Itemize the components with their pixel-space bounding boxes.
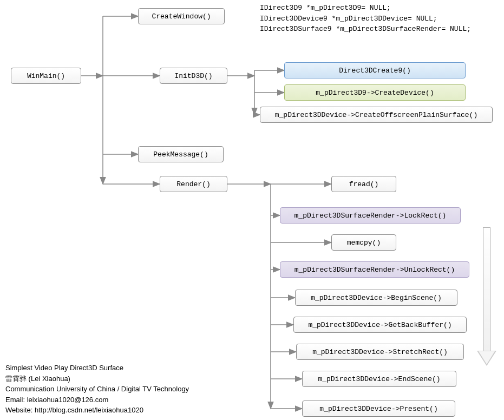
peekmessage-label: PeekMessage() (153, 150, 208, 159)
d3dcreate9-box: Direct3DCreate9() (284, 62, 466, 78)
initd3d-box: InitD3D() (160, 68, 227, 84)
winmain-box: WinMain() (11, 68, 81, 84)
initd3d-label: InitD3D() (174, 72, 212, 80)
unlockrect-box: m_pDirect3DSurfaceRender->UnlockRect() (280, 261, 469, 278)
createoffscreen-box: m_pDirect3DDevice->CreateOffscreenPlainS… (260, 107, 493, 123)
present-label: m_pDirect3DDevice->Present() (319, 405, 437, 413)
fread-label: fread() (349, 180, 379, 188)
render-box: Render() (160, 176, 227, 192)
memcpy-label: memcpy() (347, 239, 381, 247)
diagram-canvas: WinMain() CreateWindow() InitD3D() PeekM… (0, 0, 504, 420)
getbackbuffer-label: m_pDirect3DDevice->GetBackBuffer() (308, 321, 451, 329)
beginscene-label: m_pDirect3DDevice->BeginScene() (311, 294, 442, 302)
createwindow-box: CreateWindow() (138, 8, 225, 24)
endscene-box: m_pDirect3DDevice->EndScene() (302, 371, 456, 387)
stretchrect-box: m_pDirect3DDevice->StretchRect() (296, 344, 464, 360)
createdevice-box: m_pDirect3D9->CreateDevice() (284, 84, 466, 101)
lockrect-label: m_pDirect3DSurfaceRender->LockRect() (294, 212, 447, 220)
lockrect-box: m_pDirect3DSurfaceRender->LockRect() (280, 207, 461, 224)
memcpy-box: memcpy() (331, 234, 396, 251)
stretchrect-label: m_pDirect3DDevice->StretchRect() (312, 348, 448, 356)
createdevice-label: m_pDirect3D9->CreateDevice() (316, 89, 434, 97)
render-label: Render() (176, 180, 210, 188)
peekmessage-box: PeekMessage() (138, 146, 224, 162)
code-block: IDirect3D9 *m_pDirect3D9= NULL; IDirect3… (260, 3, 471, 35)
beginscene-box: m_pDirect3DDevice->BeginScene() (295, 290, 457, 306)
footer: Simplest Video Play Direct3D Surface 雷霄骅… (5, 363, 189, 416)
flow-arrow-icon (479, 227, 494, 368)
unlockrect-label: m_pDirect3DSurfaceRender->UnlockRect() (294, 266, 455, 274)
footer-author: 雷霄骅 (Lei Xiaohua) (5, 373, 189, 384)
winmain-label: WinMain() (27, 72, 65, 80)
footer-title: Simplest Video Play Direct3D Surface (5, 363, 189, 373)
footer-email: Email: leixiaohua1020@126.com (5, 395, 189, 405)
footer-affiliation: Communication University of China / Digi… (5, 384, 189, 395)
fread-box: fread() (331, 176, 396, 192)
createoffscreen-label: m_pDirect3DDevice->CreateOffscreenPlainS… (275, 111, 477, 119)
present-box: m_pDirect3DDevice->Present() (302, 401, 455, 417)
getbackbuffer-box: m_pDirect3DDevice->GetBackBuffer() (293, 317, 467, 333)
d3dcreate9-label: Direct3DCreate9() (339, 67, 411, 75)
endscene-label: m_pDirect3DDevice->EndScene() (318, 375, 440, 383)
footer-website: Website: http://blog.csdn.net/leixiaohua… (5, 405, 189, 416)
createwindow-label: CreateWindow() (152, 12, 211, 21)
